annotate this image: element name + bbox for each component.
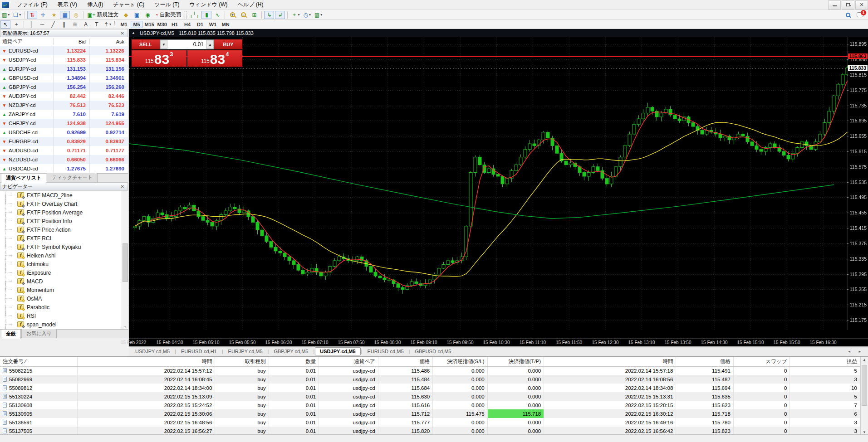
market-watch-row[interactable]: ▼EURUSD-cd1.132241.13226 [0,46,128,55]
market-watch-row[interactable]: ▼NZDJPY-cd76.51376.523 [0,101,128,110]
metaeditor-button[interactable]: ◆ [121,11,131,19]
column-header[interactable]: 損益 [790,357,860,366]
new-chart-button[interactable]: ▥▾ [0,11,11,19]
data-window-toggle[interactable]: ✛ [38,11,48,19]
col-bid[interactable]: Bid [54,39,90,44]
close-button[interactable]: ✕ [855,0,868,10]
bar-chart-button[interactable]: ╷╵╷ [188,11,201,19]
chart-scroll-arrows[interactable]: ◂ ▸ [848,349,864,354]
horizontal-line-button[interactable]: ─ [37,20,47,29]
menu-item[interactable]: チャート (C) [108,0,149,10]
chart-titlebar[interactable]: ▲ USDJPY-cd,M5 115.810 115.835 115.798 1… [129,29,868,37]
col-ask[interactable]: Ask [90,39,128,44]
new-order-button[interactable]: ▣+新規注文 [86,11,120,19]
market-watch-toggle[interactable]: ⇅ [27,11,37,19]
market-watch-row[interactable]: ▼NZDUSD-cd0.660500.66066 [0,155,128,164]
market-watch-row[interactable]: ▼AUDJPY-cd82.44282.446 [0,92,128,101]
vertical-line-button[interactable]: │ [26,20,36,29]
navigator-item[interactable]: fFXTF Position Average [0,208,128,217]
search-icon[interactable] [846,13,850,17]
chart-shift-button[interactable]: ↲ [275,11,285,19]
order-row[interactable]: 551309052022.02.15 15:30:06buy0.01usdjpy… [0,409,860,418]
volume-decrease-button[interactable]: ▼ [160,40,167,49]
indicators-dropdown[interactable]: ＋▾ [290,11,301,19]
market-watch-close-icon[interactable]: ✕ [119,31,126,36]
navigator-item[interactable]: fFXTF Symbol Kyojaku [0,243,128,251]
channel-button[interactable]: ∥ [59,20,69,29]
period-button-m15[interactable]: M15 [143,21,155,28]
buy-button[interactable]: BUY [214,39,242,49]
terminal-toggle[interactable]: ▦ [60,11,70,19]
menu-item[interactable]: ウィンドウ (W) [185,0,233,10]
chart-tab[interactable]: USDJPY-cd,M5 [315,347,360,355]
column-header[interactable]: 通貨ペア [319,357,378,366]
period-button-m30[interactable]: M30 [156,21,168,28]
period-button-mn[interactable]: MN [220,21,231,28]
chart-tab[interactable]: EURUSD-cd,H1 [177,348,221,355]
column-header[interactable]: 価格 [676,357,734,366]
column-header[interactable]: スワップ [733,357,790,366]
market-watch-row[interactable]: ▼AUDUSD-cd0.711710.71177 [0,146,128,155]
navigator-scroll-down[interactable]: ⌄ [122,323,128,329]
menu-item[interactable]: 挿入(I) [82,0,108,10]
column-header[interactable]: 決済逆指値(S/L) [433,357,487,366]
chart-tab[interactable]: GBPUSD-cd,M5 [410,348,456,355]
notifications-icon[interactable]: 1 [857,12,863,17]
navigator-item[interactable]: fFXTF Price Action [0,225,128,234]
minimize-button[interactable] [828,0,841,10]
market-watch-tab[interactable]: 通貨ペアリスト [1,173,46,183]
column-header[interactable]: 取引種別 [215,357,269,366]
navigator-item[interactable]: fMomentum [0,286,128,294]
terminal-scroll-thumb[interactable] [862,365,867,406]
arrows-dropdown[interactable]: ⇡▾ [103,20,113,29]
label-button[interactable]: T [92,20,102,29]
chart-tab[interactable]: GBPJPY-cd,M5 [269,348,313,355]
period-button-h1[interactable]: H1 [169,21,181,28]
order-row[interactable]: 550898122022.02.14 18:34:00buy0.01usdjpy… [0,384,860,392]
market-watch-row[interactable]: ▲USDCAD-cd1.276751.27690 [0,164,128,173]
time-axis[interactable]: 15 Feb 202215 Feb 04:3015 Feb 05:1015 Fe… [129,338,868,346]
column-header[interactable]: 価格 [378,357,432,366]
terminal-scroll-up[interactable]: ▲ [861,358,868,362]
navigator-scrollbar[interactable]: ⌄ [122,191,128,329]
column-header[interactable]: 時間 [544,357,676,366]
navigator-tab[interactable]: お気に入り [21,329,57,338]
trendline-button[interactable]: ╱ [48,20,58,29]
price-axis[interactable]: 115.895115.855115.815115.775115.735115.6… [848,37,868,330]
menu-item[interactable]: ヘルプ (H) [233,0,269,10]
terminal-scroll-down[interactable]: ▼ [861,430,868,434]
strategy-tester-toggle[interactable]: ◎ [71,11,81,19]
chart-tab[interactable]: EURUSD-cd,M5 [363,348,408,355]
volume-value[interactable]: 0.01 [167,41,206,48]
chart-tab[interactable]: EURJPY-cd,M5 [224,348,267,355]
volume-increase-button[interactable]: ▲ [206,40,214,49]
line-chart-button[interactable]: ∿ [212,11,222,19]
navigator-item[interactable]: fOsMA [0,294,128,303]
menu-item[interactable]: ファイル (F) [12,0,53,10]
fibonacci-button[interactable]: ≣ [70,20,80,29]
menu-item[interactable]: ツール (T) [149,0,184,10]
periods-dropdown[interactable]: ◷▾ [302,11,312,19]
order-row[interactable]: 551302242022.02.15 15:13:09buy0.01usdjpy… [0,392,860,401]
terminal-scrollbar[interactable]: ▲ ▼ [860,357,868,435]
navigator-item[interactable]: fMACD [0,277,128,286]
candlestick-chart[interactable] [129,37,848,330]
navigator-scroll-thumb[interactable] [123,243,128,282]
market-watch-tab[interactable]: ティックチャート [47,173,98,182]
restore-button[interactable] [842,0,854,10]
sell-button[interactable]: SELL [132,39,160,49]
navigator-item[interactable]: fRSI [0,311,128,320]
chart-plot[interactable]: 115.895115.855115.815115.775115.735115.6… [129,37,868,330]
col-symbol[interactable]: 通貨ペア [0,38,54,45]
column-header[interactable]: 数量 [269,357,319,366]
column-header[interactable]: 決済指値(T/P) [487,357,544,366]
signals-button[interactable]: ◉ [143,11,153,19]
period-button-h4[interactable]: H4 [181,21,193,28]
buy-price-panel[interactable]: 115 83 4 [187,50,242,67]
column-header[interactable]: 時間 [78,357,215,366]
order-row[interactable]: 551306082022.02.15 15:24:52buy0.01usdjpy… [0,401,860,409]
candlestick-button[interactable]: ▮ [201,11,211,19]
navigator-item[interactable]: fFXTF RCI [0,234,128,243]
market-watch-row[interactable]: ▼EURGBP-cd0.839290.83937 [0,137,128,146]
navigator-item[interactable]: fiExposure [0,268,128,277]
